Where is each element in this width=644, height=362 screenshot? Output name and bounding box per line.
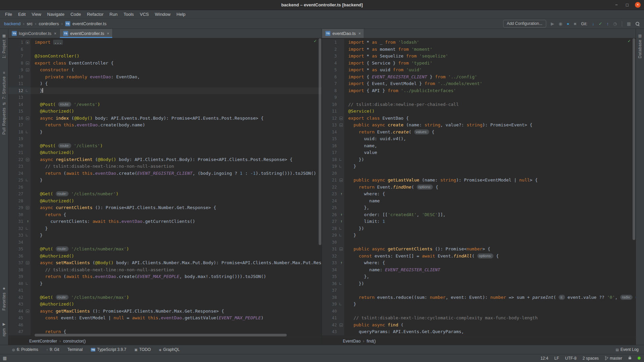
code-line[interactable]: 44− async getMaxClients (): Promise<API.… bbox=[8, 308, 322, 315]
gutter[interactable]: 32 bbox=[8, 225, 31, 232]
toolwindow-button-favorites[interactable]: ★Favorites bbox=[0, 286, 8, 311]
menu-refactor[interactable]: Refactor bbox=[84, 12, 107, 17]
code-line[interactable]: 11@Service() bbox=[322, 108, 636, 115]
gutter[interactable]: 38 bbox=[8, 267, 31, 274]
code-line[interactable]: 24 name bbox=[322, 198, 636, 205]
menu-view[interactable]: View bbox=[29, 12, 44, 17]
gutter[interactable]: 15 bbox=[322, 135, 344, 143]
breadcrumb-controllers[interactable]: controllers bbox=[39, 21, 59, 26]
gutter[interactable]: 18 bbox=[322, 156, 344, 163]
minimize-button[interactable]: − bbox=[613, 2, 619, 7]
gutter[interactable]: 9 bbox=[322, 94, 344, 101]
gutter[interactable]: 41 bbox=[322, 315, 344, 322]
code-line[interactable]: 40 bbox=[322, 308, 636, 315]
gutter[interactable]: 45 bbox=[8, 315, 31, 322]
code-line[interactable]: 38 // tslint:disable-next-line:no-non-nu… bbox=[8, 267, 322, 274]
code-line[interactable]: 21− public async getLastValue (name: str… bbox=[322, 177, 636, 184]
gutter[interactable]: 30 bbox=[322, 239, 344, 246]
code-line[interactable]: 10// tslint:disable:newline-per-chained-… bbox=[322, 101, 636, 108]
implements-gutter-icon[interactable]: ↑ bbox=[340, 211, 343, 218]
code-line[interactable]: 28 @Authorized() bbox=[8, 198, 322, 205]
code-line[interactable]: 6import { EVENT_REGISTER_CLIENT } from '… bbox=[322, 74, 636, 81]
code-line[interactable]: 9− constructor ( bbox=[8, 67, 322, 74]
file-encoding[interactable]: UTF-8 bbox=[565, 356, 576, 361]
breadcrumb-backend[interactable]: backend bbox=[4, 21, 21, 26]
fold-collapse-icon[interactable]: − bbox=[26, 310, 29, 313]
code-line[interactable]: 1+import ... bbox=[8, 39, 322, 46]
code-line[interactable]: 15 uuid: uuid.v4(), bbox=[322, 135, 636, 143]
gutter[interactable]: 1 bbox=[322, 39, 344, 46]
code-line[interactable]: 13 bbox=[8, 94, 322, 101]
editor-breadcrumb-eventdao[interactable]: EventDao bbox=[343, 339, 361, 344]
toolwindow-button-terminal[interactable]: Terminal bbox=[67, 347, 82, 352]
code-line[interactable]: 29− async currentClients (): Promise<API… bbox=[8, 204, 322, 211]
line-separator[interactable]: LF bbox=[554, 356, 559, 361]
gutter[interactable]: 25 bbox=[322, 204, 344, 211]
implements-gutter-icon[interactable]: ↑ bbox=[27, 218, 29, 225]
code-line[interactable]: 39 return (await this.eventDao.create(EV… bbox=[8, 273, 322, 280]
debug-icon[interactable]: ◉ bbox=[559, 22, 562, 26]
code-area[interactable]: 1+import ...67@JsonController()8−export … bbox=[8, 39, 322, 335]
code-line[interactable]: 15 @Authorized() bbox=[8, 108, 322, 115]
menu-edit[interactable]: Edit bbox=[15, 12, 29, 17]
code-line[interactable]: 36 @Authorized() bbox=[8, 253, 322, 260]
gutter[interactable]: 22− bbox=[8, 156, 31, 163]
code-line[interactable]: 22 return Event.findOne( options: { bbox=[322, 184, 636, 191]
gutter[interactable]: 28 bbox=[8, 198, 31, 205]
editor-breadcrumb-find[interactable]: find() bbox=[367, 339, 376, 344]
menu-window[interactable]: Window bbox=[152, 12, 173, 17]
code-line[interactable]: 20 @Post( route: '/clients') bbox=[8, 143, 322, 150]
gutter[interactable]: 20 bbox=[322, 170, 344, 177]
gutter[interactable]: 10 bbox=[8, 74, 31, 81]
gutter[interactable]: 31− bbox=[322, 246, 344, 253]
add-configuration-button[interactable]: Add Configuration... bbox=[503, 20, 546, 28]
lock-icon[interactable] bbox=[628, 356, 632, 361]
code-line[interactable]: 46 bbox=[8, 322, 322, 329]
code-line[interactable]: 14 return Event.create( values: { bbox=[322, 129, 636, 136]
fold-collapse-icon[interactable]: − bbox=[339, 117, 343, 120]
gutter[interactable]: 16− bbox=[8, 115, 31, 122]
menu-vcs[interactable]: VCS bbox=[137, 12, 152, 17]
gutter[interactable]: 17 bbox=[8, 122, 31, 129]
toolwindow-switcher-icon[interactable]: ▦ bbox=[3, 356, 7, 361]
indent-setting[interactable]: 2 spaces bbox=[582, 356, 599, 361]
fold-collapse-icon[interactable]: − bbox=[26, 158, 29, 161]
gutter[interactable]: 7 bbox=[8, 53, 31, 60]
toolwindow-button-6-problems[interactable]: ◎6: Problems bbox=[12, 347, 38, 352]
code-line[interactable]: 37− async setMaxClients (@Body() body: A… bbox=[8, 259, 322, 267]
toolwindow-button-npm[interactable]: ▶npm bbox=[0, 322, 8, 336]
gutter[interactable]: 37 bbox=[322, 287, 344, 294]
code-line[interactable]: 2import * as moment from 'moment' bbox=[322, 46, 636, 53]
code-line[interactable]: 20 bbox=[322, 170, 636, 177]
gutter[interactable]: 42− bbox=[322, 322, 344, 329]
code-line[interactable]: 35 @Put( route: '/clients/number/max') bbox=[8, 246, 322, 253]
gutter[interactable]: 28 bbox=[322, 225, 344, 232]
code-line[interactable]: 3import * as Sequelize from 'sequelize' bbox=[322, 53, 636, 60]
gutter[interactable]: 15 bbox=[8, 108, 31, 115]
close-tab-icon[interactable]: × bbox=[54, 31, 56, 36]
gutter[interactable]: 33↑ bbox=[322, 259, 344, 267]
gutter[interactable]: 4 bbox=[322, 60, 344, 67]
code-line[interactable]: 18 }) bbox=[322, 156, 636, 163]
code-line[interactable]: 7import { Event, EventModel } from '../m… bbox=[322, 80, 636, 87]
code-line[interactable]: 4import { Service } from 'typedi' bbox=[322, 60, 636, 67]
gutter[interactable]: 21 bbox=[8, 149, 31, 156]
breadcrumb-src[interactable]: src bbox=[27, 21, 33, 26]
code-line[interactable]: 23 // tslint:disable-next-line:no-non-nu… bbox=[8, 163, 322, 170]
fold-collapse-icon[interactable]: − bbox=[26, 206, 29, 209]
code-line[interactable]: 28 }) bbox=[322, 225, 636, 232]
gutter[interactable]: 19 bbox=[322, 163, 344, 170]
gutter[interactable]: 34 bbox=[8, 239, 31, 246]
toolwindow-button-event-log[interactable]: ▤Event Log bbox=[616, 347, 639, 352]
vertical-scrollbar[interactable] bbox=[633, 38, 635, 240]
git-branch-widget[interactable]: master bbox=[605, 356, 622, 361]
code-line[interactable]: 9 bbox=[322, 94, 636, 101]
toolwindow-button-typescript-3-9-7[interactable]: TSTypeScript 3.9.7 bbox=[91, 347, 126, 352]
gutter[interactable]: 3 bbox=[322, 53, 344, 60]
code-line[interactable]: 42− public async find ( bbox=[322, 322, 636, 329]
gutter[interactable]: 11 bbox=[8, 80, 31, 87]
toolwindow-button-9-git[interactable]: ↑9: Git bbox=[46, 347, 59, 352]
fold-collapse-icon[interactable]: − bbox=[26, 62, 29, 65]
code-line[interactable]: 31− public async getCurrentClients (): P… bbox=[322, 246, 636, 253]
collab-icon[interactable]: ● bbox=[567, 22, 569, 26]
